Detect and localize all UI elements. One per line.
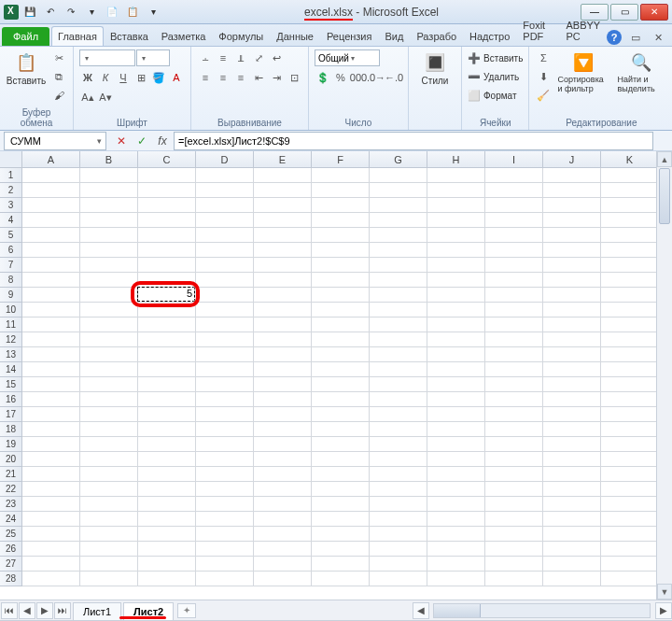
delete-cells-button[interactable]: ➖Удалить [468, 68, 519, 85]
cell-D7[interactable] [196, 258, 254, 273]
cell-G27[interactable] [370, 557, 427, 572]
cell-A22[interactable] [22, 482, 80, 497]
cell-I20[interactable] [485, 452, 543, 467]
cell-I3[interactable] [485, 198, 543, 213]
italic-icon[interactable]: К [97, 69, 114, 86]
cell-H24[interactable] [427, 512, 485, 527]
cell-B21[interactable] [80, 467, 138, 482]
cell-K11[interactable] [601, 318, 659, 332]
cell-G24[interactable] [370, 512, 427, 527]
cell-C8[interactable] [138, 273, 196, 288]
tab-abbyy[interactable]: ABBYY PC [560, 15, 608, 46]
column-header-H[interactable]: H [427, 151, 485, 168]
cell-B26[interactable] [80, 542, 138, 557]
cell-D24[interactable] [196, 512, 254, 527]
cell-D10[interactable] [196, 303, 254, 318]
comma-icon[interactable]: 000 [350, 69, 367, 86]
cell-A1[interactable] [22, 168, 80, 183]
cell-D21[interactable] [196, 467, 254, 482]
cell-E27[interactable] [254, 557, 312, 572]
row-header-12[interactable]: 12 [0, 332, 22, 347]
cell-D8[interactable] [196, 273, 254, 288]
cell-F2[interactable] [312, 183, 370, 198]
cell-B14[interactable] [80, 362, 138, 377]
cell-K22[interactable] [601, 482, 659, 497]
qat-btn-3[interactable]: ▾ [144, 3, 162, 21]
cell-I15[interactable] [485, 377, 543, 392]
cell-F21[interactable] [312, 467, 370, 482]
row-header-8[interactable]: 8 [0, 273, 22, 288]
cell-J9[interactable] [543, 288, 601, 303]
cell-F11[interactable] [312, 318, 370, 332]
cell-G16[interactable] [370, 392, 427, 407]
cell-G4[interactable] [370, 213, 427, 228]
align-middle-icon[interactable]: ≡ [215, 49, 231, 66]
worksheet-grid[interactable]: ABCDEFGHIJK 1234567891011121314151617181… [0, 151, 672, 600]
cell-J25[interactable] [543, 527, 601, 542]
cell-K7[interactable] [601, 258, 659, 273]
column-header-C[interactable]: C [138, 151, 196, 168]
cell-F16[interactable] [312, 392, 370, 407]
cell-H20[interactable] [427, 452, 485, 467]
cell-H28[interactable] [427, 572, 485, 586]
row-header-22[interactable]: 22 [0, 482, 22, 497]
row-header-14[interactable]: 14 [0, 362, 22, 377]
cell-E4[interactable] [254, 213, 312, 228]
cell-A17[interactable] [22, 407, 80, 422]
tab-insert[interactable]: Вставка [104, 26, 155, 46]
cell-G23[interactable] [370, 497, 427, 512]
cell-C10[interactable] [138, 303, 196, 318]
cell-D19[interactable] [196, 437, 254, 452]
cell-B15[interactable] [80, 377, 138, 392]
cell-H18[interactable] [427, 422, 485, 437]
cell-J15[interactable] [543, 377, 601, 392]
cell-J8[interactable] [543, 273, 601, 288]
cell-B3[interactable] [80, 198, 138, 213]
ribbon-close-icon[interactable]: ✕ [650, 29, 666, 46]
cell-K16[interactable] [601, 392, 659, 407]
cell-E23[interactable] [254, 497, 312, 512]
cell-E25[interactable] [254, 527, 312, 542]
ribbon-minimize-icon[interactable]: ▭ [627, 29, 644, 46]
cell-K3[interactable] [601, 198, 659, 213]
cell-I6[interactable] [485, 243, 543, 258]
cell-G20[interactable] [370, 452, 427, 467]
cell-H23[interactable] [427, 497, 485, 512]
insert-function-icon[interactable]: fx [153, 132, 172, 150]
align-left-icon[interactable]: ≡ [197, 69, 214, 86]
cell-G11[interactable] [370, 318, 427, 332]
row-header-27[interactable]: 27 [0, 557, 22, 572]
cell-H15[interactable] [427, 377, 485, 392]
cell-F19[interactable] [312, 437, 370, 452]
cell-H6[interactable] [427, 243, 485, 258]
cell-D13[interactable] [196, 347, 254, 362]
cell-D11[interactable] [196, 318, 254, 332]
cell-I16[interactable] [485, 392, 543, 407]
cell-D16[interactable] [196, 392, 254, 407]
cell-A8[interactable] [22, 273, 80, 288]
tab-layout[interactable]: Разметка [155, 26, 213, 46]
row-header-1[interactable]: 1 [0, 168, 22, 183]
format-cells-button[interactable]: ⬜Формат [468, 87, 517, 104]
cell-A12[interactable] [22, 332, 80, 347]
cell-C26[interactable] [138, 542, 196, 557]
row-header-18[interactable]: 18 [0, 422, 22, 437]
cell-C2[interactable] [138, 183, 196, 198]
sort-filter-button[interactable]: 🔽 Сортировка и фильтр [555, 49, 611, 96]
prev-sheet-icon[interactable]: ◀ [19, 602, 35, 619]
cell-F10[interactable] [312, 303, 370, 318]
cell-A10[interactable] [22, 303, 80, 318]
cell-E26[interactable] [254, 542, 312, 557]
cell-I10[interactable] [485, 303, 543, 318]
cell-G8[interactable] [370, 273, 427, 288]
cell-K28[interactable] [601, 572, 659, 586]
cell-D26[interactable] [196, 542, 254, 557]
paste-button[interactable]: 📋 Вставить [6, 49, 47, 88]
cell-F23[interactable] [312, 497, 370, 512]
formula-input[interactable]: =[excel.xlsx]Лист2!$C$9 [174, 132, 653, 150]
cell-G5[interactable] [370, 228, 427, 243]
cell-C25[interactable] [138, 527, 196, 542]
cell-G28[interactable] [370, 572, 427, 586]
cell-I19[interactable] [485, 437, 543, 452]
currency-icon[interactable]: 💲 [315, 69, 331, 86]
